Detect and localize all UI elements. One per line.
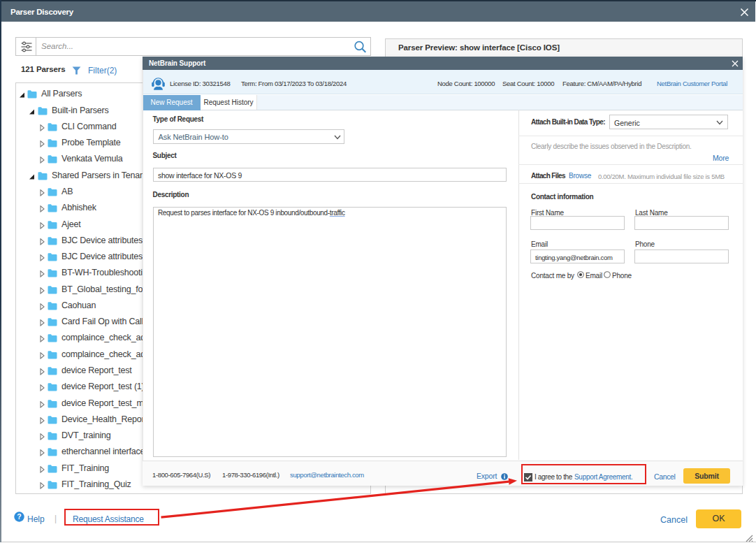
svg-text:?: ? [17,512,21,521]
